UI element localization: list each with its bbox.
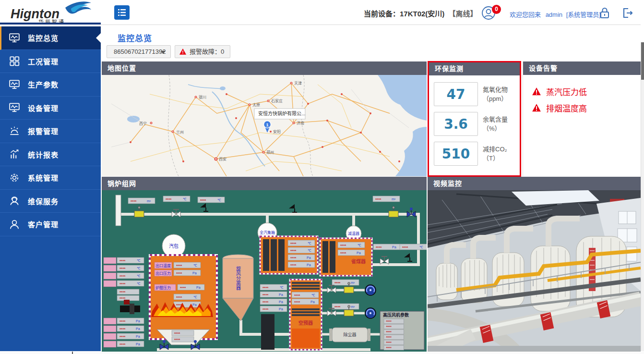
- svg-text:石家庄: 石家庄: [271, 98, 283, 103]
- sidebar-item-reports[interactable]: 统计报表: [0, 143, 101, 167]
- sidebar-item-label: 生产参数: [28, 79, 59, 89]
- svg-text:除尘器: 除尘器: [343, 332, 356, 337]
- metric-nox-unit: （ppm）: [483, 94, 508, 103]
- top-header: Hignton 华辰智通 当前设备：17KT02(安川) 【离线】 0 欢迎您: [0, 0, 644, 25]
- plant-photo: [428, 190, 641, 352]
- boiler-network-panel: 锅炉组网 ****℃ ****Pa ****m³ ****: [102, 177, 427, 352]
- video-feed: [428, 190, 641, 352]
- svg-text:太原: 太原: [252, 102, 260, 107]
- logout-icon[interactable]: [620, 6, 634, 20]
- map-canvas[interactable]: 西宁 兰州 银川 太原 石家庄 天津 济南 西安 郑州 安阳 安恒方快锅炉有限公…: [102, 75, 427, 176]
- sidebar-item-label: 工况管理: [28, 56, 59, 66]
- device-alerts-panel: 设备告警 蒸汽压力低 排烟温度高: [523, 61, 641, 176]
- monitor-icon: [9, 32, 20, 44]
- warning-triangle-icon: [532, 87, 541, 96]
- svg-text:安阳: 安阳: [273, 129, 281, 134]
- furnace: 出口温度 出口压力 炉膛压力: [150, 255, 217, 339]
- metric-co2: 510 减排CO₂（T）: [434, 142, 507, 166]
- svg-text:空预器: 空预器: [298, 320, 313, 326]
- vertical-scrollbar[interactable]: [641, 42, 644, 351]
- support-headset-icon: [9, 195, 20, 207]
- vertical-scrollbar-thumb[interactable]: [641, 42, 644, 80]
- sidebar-item-system-mgmt[interactable]: 系统管理: [0, 166, 101, 190]
- alert-item-flue-temp: 排烟温度高: [532, 102, 587, 114]
- sidebar-item-maintenance[interactable]: 维保服务: [0, 190, 101, 213]
- metric-co2-label: 减排CO₂: [483, 145, 507, 154]
- header-divider: [101, 24, 641, 25]
- svg-text:汽包: 汽包: [169, 243, 179, 249]
- map-panel: 地图位置: [102, 61, 427, 176]
- video-monitor-panel: 视频监控: [428, 177, 641, 352]
- user-role: [系统管理员]: [566, 11, 601, 18]
- lock-icon[interactable]: [598, 6, 611, 20]
- monitor-icon: [9, 102, 20, 113]
- horizontal-scrollbar[interactable]: [0, 352, 644, 354]
- horizontal-scrollbar-thumb[interactable]: [72, 352, 73, 354]
- svg-text:西安: 西安: [219, 157, 227, 161]
- metric-oxygen-value: 3.6: [434, 112, 478, 136]
- user-icon: [9, 219, 20, 230]
- sidebar-item-production-params[interactable]: 生产参数: [0, 73, 101, 97]
- sidebar-item-label: 统计报表: [28, 149, 59, 159]
- metric-co2-unit: （T）: [483, 154, 507, 163]
- list-menu-icon: [118, 9, 126, 16]
- device-id-dropdown[interactable]: 865067021771392: [107, 45, 171, 58]
- sidebar-item-device-mgmt[interactable]: 设备管理: [0, 97, 101, 120]
- metric-oxygen-unit: （%）: [483, 124, 508, 133]
- svg-text:天津: 天津: [294, 81, 302, 85]
- user-name: admin: [546, 11, 562, 18]
- sidebar-item-label: 系统管理: [28, 172, 59, 183]
- svg-text:1: 1: [266, 122, 268, 127]
- env-panel-body: 47 氮氧化物（ppm） 3.6 余氧含量（%） 510 减排CO₂（T）: [429, 75, 520, 175]
- grid-icon: [9, 55, 20, 67]
- sidebar-item-customer-mgmt[interactable]: 客户管理: [0, 213, 101, 236]
- fan-parameter-panel: 高压风机参数: [380, 311, 424, 350]
- warning-triangle-icon: [532, 103, 541, 112]
- sidebar-item-condition-mgmt[interactable]: 工况管理: [0, 50, 101, 73]
- svg-text:银川: 银川: [199, 95, 206, 99]
- page-title: 监控总览: [118, 32, 152, 44]
- metric-oxygen-label: 余氧含量: [483, 115, 508, 124]
- svg-text:炉膛压力: 炉膛压力: [155, 285, 171, 290]
- svg-text:济南: 济南: [297, 121, 304, 125]
- current-device-text: 当前设备：17KT02(安川): [364, 10, 444, 18]
- alert-text: 排烟温度高: [546, 102, 587, 114]
- alerts-panel-body: 蒸汽压力低 排烟温度高: [523, 75, 641, 176]
- sidebar-item-alarm-mgmt[interactable]: 报警管理: [0, 120, 101, 143]
- alert-item-steam-pressure: 蒸汽压力低: [532, 85, 587, 98]
- metric-oxygen: 3.6 余氧含量（%）: [434, 112, 508, 136]
- alerts-panel-title: 设备告警: [523, 61, 641, 75]
- metric-co2-value: 510: [434, 142, 478, 166]
- svg-text:减温器: 减温器: [348, 231, 359, 236]
- sidebar-item-label: 设备管理: [28, 103, 59, 113]
- sidebar-item-label: 监控总览: [28, 33, 59, 43]
- svg-text:西宁: 西宁: [139, 121, 147, 126]
- svg-text:出口温度: 出口温度: [155, 263, 171, 268]
- logo-underline: [0, 23, 101, 24]
- welcome-label: 欢迎您回来: [510, 11, 541, 18]
- map-image: 西宁 兰州 银川 太原 石家庄 天津 济南 西安 郑州 安阳 安恒方快锅炉有限公…: [102, 75, 427, 176]
- sidebar-toggle-button[interactable]: [114, 5, 130, 20]
- sidebar-nav: 监控总览 工况管理 生产参数 设备管理 报警管理: [0, 26, 101, 351]
- gear-icon: [9, 172, 20, 183]
- alarm-fault-chip: 报警故障：0: [175, 45, 230, 58]
- video-panel-title: 视频监控: [428, 177, 641, 190]
- chart-icon: [9, 148, 20, 160]
- alarm-fault-text: 报警故障：0: [190, 46, 224, 58]
- svg-text:高压风机参数: 高压风机参数: [383, 312, 409, 317]
- metric-nox: 47 氮氧化物（ppm）: [434, 82, 508, 106]
- env-monitor-panel: 环保监测 47 氮氧化物（ppm） 3.6 余氧含量（%） 510 减排CO₂（…: [428, 61, 521, 177]
- notification-badge: 0: [492, 5, 501, 14]
- monitor-icon: [9, 79, 20, 90]
- sidebar-item-monitor-overview[interactable]: 监控总览: [0, 26, 101, 50]
- user-notification[interactable]: 0: [481, 6, 503, 20]
- svg-text:出口压力: 出口压力: [155, 271, 171, 276]
- map-tooltip: 安恒方快锅炉有限公...: [254, 109, 305, 119]
- sidebar-item-label: 报警管理: [28, 126, 59, 136]
- svg-text:郑州: 郑州: [266, 150, 274, 155]
- svg-text:省煤器: 省煤器: [351, 258, 366, 264]
- alarm-icon: [9, 125, 20, 137]
- welcome-text: 欢迎您回来 admin [系统管理员]: [510, 10, 601, 19]
- svg-text:旋风分离器: 旋风分离器: [236, 266, 241, 291]
- env-panel-title: 环保监测: [429, 62, 520, 75]
